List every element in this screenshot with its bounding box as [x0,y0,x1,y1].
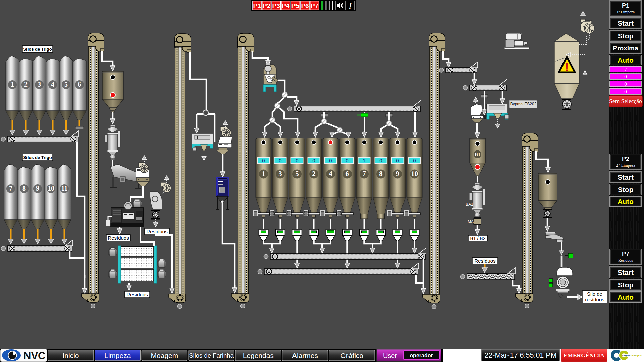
svg-text:0: 0 [296,158,298,163]
svg-text:BA1: BA1 [466,202,473,207]
svg-text:Resíduos: Resíduos [108,235,129,241]
svg-text:9: 9 [36,185,39,192]
svg-text:Auto: Auto [618,56,634,64]
svg-text:0: 0 [329,158,332,163]
svg-text:8: 8 [22,185,26,192]
svg-text:5: 5 [64,81,68,88]
svg-text:0: 0 [279,158,281,163]
svg-text:Alarmes: Alarmes [292,352,318,359]
svg-text:P5: P5 [291,2,300,9]
svg-text:!: ! [349,1,352,10]
svg-text:0: 0 [262,158,265,163]
svg-text:Silos de Farinha: Silos de Farinha [189,352,234,359]
svg-text:0: 0 [624,89,627,94]
svg-text:2: 2 [312,170,316,178]
svg-text:3: 3 [38,81,41,88]
svg-text:7: 7 [362,170,366,178]
svg-text:P1: P1 [622,2,629,9]
svg-text:P4: P4 [282,2,290,9]
svg-text:Start: Start [618,19,634,27]
svg-text:P1: P1 [253,2,261,9]
svg-text:operador: operador [410,353,433,358]
svg-text:6: 6 [78,81,81,88]
svg-text:6: 6 [345,170,349,178]
svg-text:4: 4 [51,81,54,88]
svg-text:Start: Start [618,268,634,276]
svg-text:Limpeza: Limpeza [104,352,131,359]
svg-text:Auto: Auto [618,293,634,301]
svg-text:0: 0 [624,74,627,79]
svg-text:Moagem: Moagem [151,352,178,359]
svg-text:P3: P3 [272,2,280,9]
svg-text:0: 0 [312,158,315,163]
svg-text:P2: P2 [622,156,629,162]
svg-text:0: 0 [624,81,627,87]
svg-text:7: 7 [9,185,12,192]
svg-text:!: ! [565,61,569,73]
svg-text:MA: MA [468,219,474,224]
svg-text:Start: Start [618,173,634,181]
svg-text:0: 0 [413,158,416,163]
svg-text:2 ª Limpeza: 2 ª Limpeza [616,163,635,168]
svg-text:1ª Limpeza: 1ª Limpeza [616,10,635,14]
svg-text:Bypass ES202: Bypass ES202 [510,102,537,106]
svg-text:Gráfico: Gráfico [340,352,363,359]
svg-text:Resíduos: Resíduos [618,258,633,263]
svg-text:NVC: NVC [23,350,45,362]
svg-text:Stop: Stop [618,32,634,40]
svg-text:Resíduos: Resíduos [126,292,148,297]
svg-text:1: 1 [363,158,365,163]
svg-text:5: 5 [295,170,299,178]
svg-text:User: User [383,352,397,359]
svg-text:9: 9 [396,170,399,178]
svg-text:Resíduos: Resíduos [474,258,495,264]
svg-text:0: 0 [379,158,382,163]
svg-text:3: 3 [278,170,282,178]
svg-text:2: 2 [24,81,28,88]
svg-text:4: 4 [329,170,332,178]
svg-text:0: 0 [396,158,399,163]
svg-text:Stop: Stop [618,281,634,289]
svg-text:Legendas: Legendas [243,352,274,359]
svg-text:resíduos: resíduos [585,297,604,302]
svg-text:10: 10 [411,170,418,178]
svg-text:7: 7 [624,67,627,72]
svg-text:Silos de Trigo: Silos de Trigo [23,155,52,160]
svg-text:Stop: Stop [618,186,634,193]
svg-text:Silos de Trigo: Silos de Trigo [23,47,52,52]
svg-text:P2: P2 [263,2,270,9]
svg-text:22-Mar-17 6:55:01 PM: 22-Mar-17 6:55:01 PM [484,351,556,359]
svg-text:1: 1 [262,170,265,178]
svg-text:P6: P6 [301,2,309,9]
svg-text:1: 1 [11,81,14,88]
svg-text:0: 0 [346,158,348,163]
svg-text:10: 10 [48,185,54,192]
svg-text:B1: B1 [475,152,481,157]
svg-text:P7: P7 [311,2,318,9]
svg-text:carneiro: carneiro [622,354,632,357]
svg-text:campos: campos [632,354,642,357]
svg-text:Silo de: Silo de [587,291,602,297]
svg-text:Auto: Auto [618,198,634,205]
svg-text:8: 8 [379,170,383,178]
svg-text:P7: P7 [622,251,629,257]
svg-text:Inicio: Inicio [62,352,79,359]
svg-text:Proxima: Proxima [613,45,638,52]
svg-text:B1 / B2: B1 / B2 [470,236,486,241]
svg-text:11: 11 [61,185,68,192]
svg-text:Sem Selecção: Sem Selecção [609,98,642,104]
svg-text:EMERGÊNCIA: EMERGÊNCIA [564,352,605,359]
svg-text:Resíduos: Resíduos [146,229,167,234]
